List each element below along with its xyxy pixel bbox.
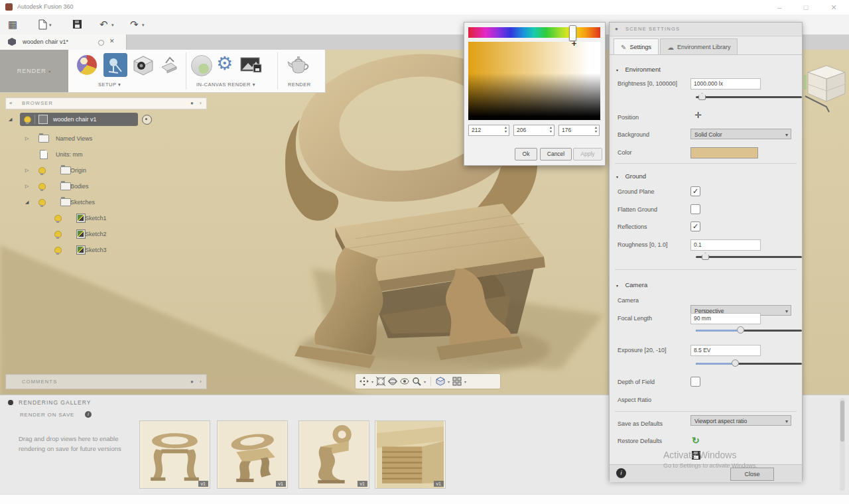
render-on-save-label[interactable]: RENDER ON SAVE (20, 412, 74, 418)
setup-group-label[interactable]: SETUP ▾ (98, 82, 121, 88)
brightness-slider[interactable] (696, 96, 802, 98)
brightness-slider-handle[interactable] (698, 93, 706, 100)
focal-length-input[interactable]: 90 mm (690, 313, 761, 324)
app-grid-icon[interactable]: ▦ (8, 19, 17, 31)
browser-dot-icon[interactable]: ● (190, 100, 194, 106)
blue-value-spinner[interactable]: 176 ▲▼ (558, 125, 600, 136)
exposure-input[interactable]: 8.5 EV (690, 345, 761, 356)
file-menu-icon[interactable] (38, 19, 47, 30)
saturation-value-area[interactable] (468, 42, 600, 120)
pan-caret[interactable]: ▾ (371, 379, 373, 384)
undo-caret[interactable]: ▾ (111, 23, 114, 28)
tree-row-origin[interactable]: ▷ Origin (0, 164, 199, 177)
grid-layout-icon[interactable] (452, 377, 462, 386)
red-value-spinner[interactable]: 212 ▲▼ (468, 125, 509, 136)
scene-settings-icon[interactable] (103, 53, 127, 77)
close-window-button[interactable]: ✕ (824, 1, 844, 13)
tab-close-icon[interactable]: ✕ (109, 38, 115, 44)
ground-plane-checkbox[interactable]: ✓ (690, 186, 700, 196)
spinner-arrows-icon[interactable]: ▲▼ (594, 125, 598, 133)
file-menu-caret[interactable]: ▾ (49, 23, 52, 28)
visibility-bulb-icon[interactable] (54, 215, 62, 222)
hue-slider[interactable] (468, 27, 600, 38)
document-settings-icon[interactable] (142, 115, 152, 125)
focal-length-slider[interactable] (696, 330, 802, 332)
render-on-save-info-icon[interactable]: i (85, 411, 92, 418)
display-settings-caret[interactable]: ▾ (448, 379, 450, 384)
gallery-thumbnail-side[interactable]: v1 (298, 420, 369, 489)
camera-section-header[interactable]: ▾ Camera (616, 278, 647, 290)
gallery-thumbnail-detail[interactable]: v1 (375, 420, 446, 489)
brightness-input[interactable]: 1000.000 lx (690, 78, 761, 90)
tree-row-sketch3[interactable]: Sketch3 (0, 243, 199, 257)
decal-icon[interactable] (133, 55, 154, 76)
gallery-dot-icon[interactable] (8, 400, 13, 405)
fit-icon[interactable] (376, 377, 385, 386)
document-tab[interactable]: wooden chair v1* ✕ (0, 34, 127, 50)
render-settings-gear-icon[interactable]: ⚙ (216, 51, 233, 76)
tree-row-named-views[interactable]: ▷ Named Views (0, 132, 199, 145)
background-color-swatch[interactable] (690, 147, 758, 158)
visibility-bulb-icon[interactable] (24, 116, 31, 123)
maximize-button[interactable]: □ (796, 1, 816, 13)
spinner-arrows-icon[interactable]: ▲▼ (549, 125, 553, 133)
zoom-icon[interactable] (412, 377, 421, 386)
zoom-caret[interactable]: ▾ (424, 379, 426, 384)
scene-settings-header[interactable]: ● SCENE SETTINGS (610, 23, 802, 36)
visibility-bulb-icon[interactable] (38, 167, 46, 174)
tab-settings[interactable]: ✎ Settings (614, 38, 659, 55)
environment-section-header[interactable]: ▾ Environment (616, 62, 661, 74)
appearance-icon[interactable] (77, 55, 97, 75)
pan-icon[interactable] (359, 377, 369, 386)
tree-expanded-icon[interactable]: ◢ (9, 117, 12, 122)
display-settings-icon[interactable] (436, 377, 445, 386)
visibility-bulb-icon[interactable] (38, 199, 46, 206)
tree-row-sketch1[interactable]: Sketch1 (0, 212, 199, 225)
redo-caret[interactable]: ▾ (142, 23, 145, 28)
comments-dot-icon[interactable]: ● (190, 379, 194, 385)
undo-button[interactable]: ↶ (99, 19, 108, 31)
collapse-browser-icon[interactable]: « (9, 100, 12, 106)
in-canvas-render-icon[interactable] (191, 55, 212, 76)
exposure-slider[interactable] (696, 363, 802, 365)
gallery-thumbnail-front[interactable]: v1 (139, 420, 210, 489)
gallery-scrollbar-thumb[interactable] (840, 401, 844, 442)
view-cube[interactable] (804, 55, 849, 119)
browser-chevron-icon[interactable]: › (200, 100, 202, 106)
restore-defaults-icon[interactable]: ↻ (692, 436, 700, 445)
save-as-defaults-icon[interactable] (692, 451, 700, 460)
browser-panel-header[interactable]: « BROWSER ● › (5, 97, 207, 109)
render-teapot-icon[interactable] (287, 54, 310, 76)
grid-layout-caret[interactable]: ▾ (464, 379, 466, 384)
texture-icon[interactable] (159, 55, 179, 75)
background-dropdown[interactable]: Solid Color ▾ (690, 129, 791, 139)
focal-length-slider-handle[interactable] (737, 326, 744, 334)
close-panel-button[interactable]: Close (730, 468, 774, 481)
ok-button[interactable]: Ok (515, 148, 537, 160)
depth-of-field-checkbox[interactable]: ✓ (690, 377, 700, 387)
minimize-button[interactable]: – (769, 1, 789, 13)
capture-image-icon[interactable] (240, 55, 263, 75)
root-component-row[interactable]: wooden chair v1 (20, 113, 138, 126)
color-crosshair-icon[interactable]: + (570, 40, 578, 47)
comments-chevron-icon[interactable]: › (200, 379, 202, 385)
tab-environment-library[interactable]: ☁ Environment Library (660, 38, 738, 55)
tree-row-sketches[interactable]: ◢ Sketches (0, 196, 199, 209)
reflections-checkbox[interactable]: ✓ (690, 221, 700, 231)
apply-button[interactable]: Apply (573, 148, 602, 160)
tree-expanded-icon[interactable]: ◢ (25, 200, 29, 205)
ground-section-header[interactable]: ▾ Ground (616, 169, 646, 181)
cancel-button[interactable]: Cancel (540, 148, 572, 160)
tree-row-root[interactable]: ◢ wooden chair v1 (0, 113, 199, 126)
visibility-bulb-icon[interactable] (54, 231, 62, 238)
position-move-icon[interactable]: ✛ (694, 110, 702, 120)
roughness-input[interactable]: 0.1 (690, 239, 761, 251)
aspect-ratio-dropdown[interactable]: Viewport aspect ratio ▾ (690, 415, 791, 426)
tree-row-sketch2[interactable]: Sketch2 (0, 227, 199, 241)
render-group-label[interactable]: RENDER (288, 82, 311, 88)
info-icon[interactable]: i (616, 468, 626, 478)
look-at-icon[interactable] (400, 377, 409, 386)
roughness-slider[interactable] (696, 256, 802, 258)
gallery-thumbnail-perspective[interactable]: v1 (217, 420, 288, 489)
save-button[interactable] (73, 20, 82, 29)
